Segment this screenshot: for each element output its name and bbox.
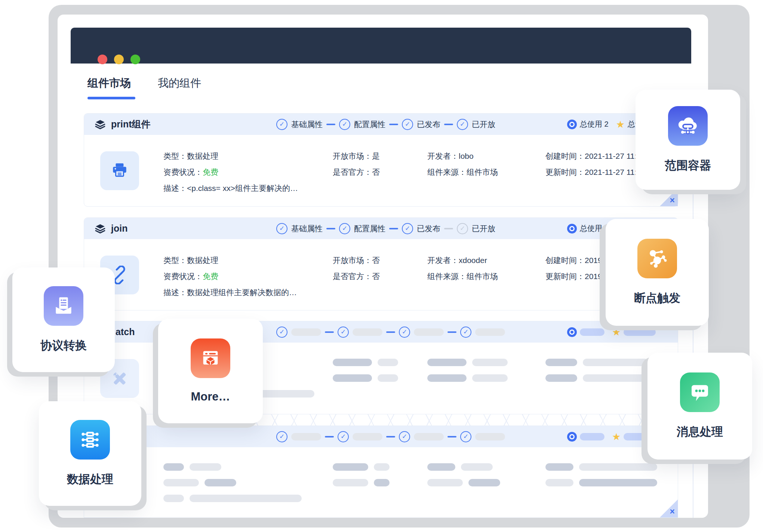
status-steps: ✓基础属性 ✓配置属性 ✓已发布 ✓已开放 <box>276 223 495 234</box>
floating-card-protocol-conversion[interactable]: 协议转换 <box>12 267 115 372</box>
card-title: join <box>111 223 127 234</box>
card-header: ✓ ✓ ✓ ✓ ★ <box>84 426 678 447</box>
star-icon: ★ <box>616 120 625 129</box>
floating-card-breakpoint-trigger[interactable]: 断点触发 <box>606 219 709 326</box>
close-traffic-light[interactable] <box>98 55 107 64</box>
skeleton-pill <box>468 479 500 486</box>
field-created: 创建时间：2019-1 <box>545 255 609 265</box>
step-check-icon: ✓ <box>399 431 410 442</box>
step-label: 基础属性 <box>291 223 323 234</box>
card-metrics: 总使用 2 ★ 总评 <box>567 114 643 135</box>
step-label: 配置属性 <box>354 119 385 130</box>
usage-skeleton <box>580 328 604 336</box>
screenshot-stage: 组件市场 我的组件 print组件 <box>0 0 763 532</box>
skeleton-pill <box>333 463 368 471</box>
step-dash <box>326 124 335 125</box>
step-label: 基础属性 <box>291 119 323 130</box>
card-title: print组件 <box>111 118 151 130</box>
usage-eye-icon <box>567 327 577 337</box>
close-icon[interactable]: × <box>670 507 675 516</box>
component-card-join[interactable]: join ✓基础属性 ✓配置属性 ✓已发布 ✓已开放 总使用 6 <box>84 217 678 310</box>
layers-icon <box>95 223 106 234</box>
layers-icon <box>95 119 106 130</box>
field-updated: 更新时间：2021-11-27 11:2 <box>545 167 641 177</box>
step-dash <box>386 331 395 333</box>
floating-card-label: 范围容器 <box>665 158 711 173</box>
step-dash <box>389 124 398 125</box>
field-fee: 资费状况：免费 <box>163 167 298 177</box>
card-title-partial: atch <box>116 327 135 337</box>
usage-count: 总使用 6 <box>580 223 609 233</box>
step-label-skeleton <box>475 328 505 336</box>
star-icon: ★ <box>612 327 621 337</box>
usage-count: 总使用 2 <box>580 119 609 129</box>
floating-card-label: More… <box>191 390 230 403</box>
step-label-skeleton <box>353 328 382 336</box>
close-icon[interactable]: × <box>670 196 675 205</box>
skeleton-pill <box>579 479 657 486</box>
field-fee: 资费状况：免费 <box>163 271 297 281</box>
molecule-icon <box>637 239 677 278</box>
step-dash <box>326 228 335 229</box>
skeleton-pill <box>378 374 398 382</box>
skeleton-pill <box>163 495 184 502</box>
step-label-skeleton <box>414 433 444 440</box>
document-inbox-icon <box>44 286 83 326</box>
skeleton-pill <box>374 479 390 486</box>
field-official: 是否官方：否 <box>333 271 380 281</box>
floating-card-more[interactable]: More… <box>158 319 263 423</box>
floating-card-data-processing[interactable]: 数据处理 <box>39 401 141 506</box>
skeleton-pill <box>427 479 463 486</box>
usage-skeleton <box>580 433 604 440</box>
floating-card-label: 协议转换 <box>40 338 87 353</box>
skeleton-pill <box>190 495 302 502</box>
step-dash <box>389 228 398 229</box>
step-check-icon: ✓ <box>402 223 413 234</box>
field-created: 创建时间：2021-11-27 11:2 <box>545 151 641 161</box>
skeleton-pill <box>545 374 577 382</box>
field-open-market: 开放市场：是 <box>333 151 380 161</box>
printer-icon <box>100 151 139 190</box>
window-titlebar <box>71 28 691 64</box>
data-rows-icon <box>70 420 110 460</box>
minimize-traffic-light[interactable] <box>114 55 124 64</box>
cloud-network-icon <box>668 106 708 146</box>
skeleton-pill <box>163 479 199 486</box>
skeleton-pill <box>427 374 467 382</box>
step-check-icon: ✓ <box>276 223 287 234</box>
card-metrics-skeleton: ★ <box>567 426 656 447</box>
field-desc: 描述：<p.class= xx>组件主要解决的… <box>163 183 298 193</box>
step-check-icon: ✓ <box>276 431 287 442</box>
maximize-traffic-light[interactable] <box>130 55 140 64</box>
card-metrics: 总使用 6 <box>567 218 609 239</box>
window-cube-icon <box>191 338 230 378</box>
step-label: 已发布 <box>417 223 440 234</box>
step-check-icon: ✓ <box>276 119 287 130</box>
status-steps-skeleton: ✓ ✓ ✓ ✓ <box>276 431 505 442</box>
field-source: 组件来源：组件市场 <box>427 271 498 281</box>
field-official: 是否官方：否 <box>333 167 380 177</box>
step-check-icon: ✓ <box>338 327 349 338</box>
skeleton-pill <box>163 463 184 471</box>
tab-my-components[interactable]: 我的组件 <box>158 76 201 99</box>
skeleton-pill <box>374 463 390 471</box>
step-label-skeleton <box>291 328 321 336</box>
floating-card-scope-container[interactable]: 范围容器 <box>636 90 740 190</box>
tab-component-market-label: 组件市场 <box>87 76 135 91</box>
active-tab-underline <box>87 97 135 99</box>
floating-card-message-processing[interactable]: 消息处理 <box>647 353 752 460</box>
step-label: 已发布 <box>417 119 440 130</box>
step-dash <box>447 436 456 437</box>
field-open-market: 开放市场：否 <box>333 255 380 265</box>
skeleton-pill <box>579 463 657 471</box>
step-check-icon: ✓ <box>276 327 287 338</box>
step-label-skeleton <box>353 433 382 440</box>
step-check-icon: ✓ <box>402 119 413 130</box>
fee-free-value: 免费 <box>203 272 218 281</box>
step-check-icon: ✓ <box>460 327 471 338</box>
component-card-print[interactable]: print组件 ✓基础属性 ✓配置属性 ✓已发布 ✓已开放 总使用 2 <box>84 113 678 207</box>
card-header: join ✓基础属性 ✓配置属性 ✓已发布 ✓已开放 总使用 6 <box>84 218 678 239</box>
tab-component-market[interactable]: 组件市场 <box>87 76 135 99</box>
step-check-icon: ✓ <box>460 431 471 442</box>
component-card-skeleton-2[interactable]: ✓ ✓ ✓ ✓ ★ <box>84 426 678 518</box>
